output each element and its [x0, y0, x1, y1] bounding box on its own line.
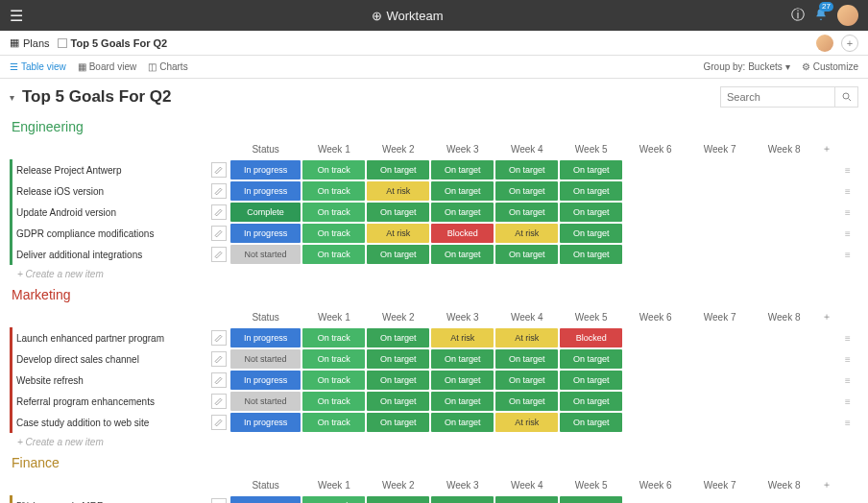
- week-cell[interactable]: [688, 413, 751, 432]
- week-cell[interactable]: On track: [302, 224, 365, 243]
- week-cell[interactable]: On target: [431, 203, 494, 222]
- week-cell[interactable]: [624, 160, 687, 180]
- drag-handle[interactable]: ≡: [837, 180, 858, 202]
- edit-button[interactable]: [211, 183, 227, 199]
- week-cell[interactable]: At risk: [495, 413, 558, 432]
- week-cell[interactable]: Blocked: [431, 224, 494, 243]
- week-cell[interactable]: On target: [431, 413, 494, 432]
- week-cell[interactable]: [753, 349, 815, 369]
- week-cell[interactable]: [753, 371, 815, 390]
- week-cell[interactable]: [753, 496, 815, 503]
- week-cell[interactable]: On target: [560, 349, 622, 369]
- status-cell[interactable]: In progress: [230, 181, 301, 201]
- week-cell[interactable]: [753, 328, 815, 347]
- week-cell[interactable]: On target: [367, 203, 429, 222]
- week-cell[interactable]: At risk: [367, 224, 429, 243]
- week-cell[interactable]: On target: [431, 245, 494, 264]
- week-cell[interactable]: On target: [560, 413, 622, 432]
- week-cell[interactable]: [753, 224, 815, 243]
- week-cell[interactable]: [624, 349, 687, 369]
- week-cell[interactable]: On target: [495, 349, 558, 369]
- add-column-button[interactable]: ＋: [822, 143, 832, 154]
- drag-handle[interactable]: ≡: [837, 348, 858, 370]
- status-cell[interactable]: Not started: [230, 392, 301, 411]
- view-board[interactable]: ▦ Board view: [78, 61, 136, 72]
- add-column-button[interactable]: ＋: [822, 479, 832, 490]
- item-name[interactable]: Case study addition to web site: [16, 418, 149, 428]
- edit-button[interactable]: [211, 162, 227, 178]
- group-title-marketing[interactable]: Marketing: [10, 287, 858, 302]
- week-cell[interactable]: On target: [431, 349, 494, 369]
- week-cell[interactable]: On track: [302, 413, 365, 432]
- week-cell[interactable]: On target: [495, 245, 558, 264]
- create-item-button[interactable]: + Create a new item: [10, 433, 858, 447]
- week-cell[interactable]: On target: [367, 349, 429, 369]
- week-cell[interactable]: [624, 392, 687, 411]
- week-cell[interactable]: On target: [560, 181, 622, 201]
- week-cell[interactable]: [688, 371, 751, 390]
- drag-handle[interactable]: ≡: [837, 391, 858, 412]
- week-cell[interactable]: Blocked: [560, 328, 622, 347]
- edit-button[interactable]: [211, 415, 227, 430]
- status-cell[interactable]: Not started: [230, 245, 301, 264]
- view-charts[interactable]: ◫ Charts: [148, 61, 187, 72]
- add-collaborator-button[interactable]: +: [841, 35, 858, 52]
- week-cell[interactable]: On target: [560, 224, 622, 243]
- week-cell[interactable]: On target: [367, 371, 429, 390]
- week-cell[interactable]: [624, 371, 687, 390]
- week-cell[interactable]: [624, 413, 687, 432]
- status-cell[interactable]: In progress: [230, 413, 301, 432]
- week-cell[interactable]: On target: [431, 392, 494, 411]
- week-cell[interactable]: [753, 203, 815, 222]
- edit-button[interactable]: [211, 351, 227, 367]
- item-name[interactable]: Website refresh: [16, 375, 84, 386]
- week-cell[interactable]: [688, 328, 751, 347]
- customize-button[interactable]: ⚙ Customize: [802, 61, 858, 72]
- week-cell[interactable]: [688, 349, 751, 369]
- avatar[interactable]: [837, 5, 858, 26]
- week-cell[interactable]: [688, 224, 751, 243]
- notifications-icon[interactable]: 27: [814, 8, 828, 24]
- status-cell[interactable]: Complete: [230, 203, 301, 222]
- item-name[interactable]: Develop direct sales channel: [16, 354, 139, 365]
- week-cell[interactable]: On target: [367, 413, 429, 432]
- group-title-engineering[interactable]: Engineering: [10, 119, 858, 134]
- week-cell[interactable]: On target: [495, 181, 558, 201]
- week-cell[interactable]: On target: [431, 181, 494, 201]
- status-cell[interactable]: In progress: [230, 224, 301, 243]
- week-cell[interactable]: [753, 413, 815, 432]
- week-cell[interactable]: On target: [367, 328, 429, 347]
- week-cell[interactable]: [624, 181, 687, 201]
- week-cell[interactable]: On target: [495, 496, 558, 503]
- week-cell[interactable]: On target: [560, 496, 622, 503]
- week-cell[interactable]: On target: [560, 160, 622, 180]
- edit-button[interactable]: [211, 394, 227, 409]
- status-cell[interactable]: In progress: [230, 496, 301, 503]
- menu-icon[interactable]: ☰: [10, 7, 23, 25]
- week-cell[interactable]: On target: [431, 160, 494, 180]
- week-cell[interactable]: [688, 181, 751, 201]
- week-cell[interactable]: [624, 203, 687, 222]
- item-name[interactable]: Release iOS version: [16, 186, 104, 197]
- group-title-finance[interactable]: Finance: [10, 455, 858, 470]
- edit-button[interactable]: [211, 247, 227, 262]
- week-cell[interactable]: [624, 496, 687, 503]
- collapse-icon[interactable]: ▾: [10, 92, 14, 103]
- week-cell[interactable]: On target: [560, 371, 622, 390]
- status-cell[interactable]: In progress: [230, 160, 301, 180]
- breadcrumb[interactable]: Top 5 Goals For Q2: [58, 37, 168, 49]
- edit-button[interactable]: [211, 204, 227, 220]
- add-column-button[interactable]: ＋: [822, 311, 832, 322]
- item-name[interactable]: Release Project Antwerp: [16, 165, 122, 176]
- week-cell[interactable]: [688, 496, 751, 503]
- edit-button[interactable]: [211, 498, 227, 503]
- week-cell[interactable]: On track: [302, 392, 365, 411]
- week-cell[interactable]: On track: [302, 203, 365, 222]
- week-cell[interactable]: On target: [367, 245, 429, 264]
- drag-handle[interactable]: ≡: [837, 370, 858, 391]
- week-cell[interactable]: On target: [431, 496, 494, 503]
- group-by-dropdown[interactable]: Group by: Buckets ▾: [703, 61, 789, 72]
- drag-handle[interactable]: ≡: [837, 159, 858, 180]
- week-cell[interactable]: On track: [302, 245, 365, 264]
- item-name[interactable]: Launch enhanced partner program: [16, 333, 164, 344]
